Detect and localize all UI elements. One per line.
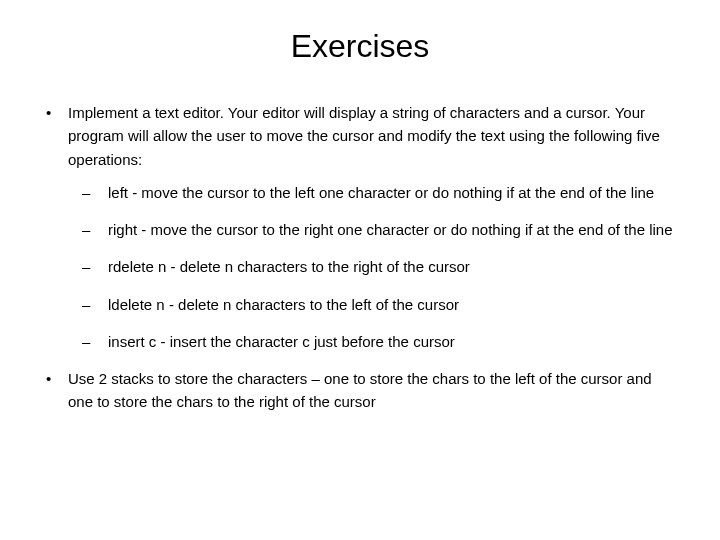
bullet-item: Use 2 stacks to store the characters – o… [40, 367, 680, 414]
sub-bullet-list: left - move the cursor to the left one c… [68, 181, 680, 353]
bullet-item: Implement a text editor. Your editor wil… [40, 101, 680, 353]
sub-bullet-item: insert c - insert the character c just b… [68, 330, 680, 353]
main-bullet-list: Implement a text editor. Your editor wil… [40, 101, 680, 414]
bullet-text: Implement a text editor. Your editor wil… [68, 104, 660, 168]
bullet-text: Use 2 stacks to store the characters – o… [68, 370, 652, 410]
sub-bullet-item: left - move the cursor to the left one c… [68, 181, 680, 204]
slide-title: Exercises [40, 28, 680, 65]
sub-bullet-item: right - move the cursor to the right one… [68, 218, 680, 241]
sub-bullet-item: rdelete n - delete n characters to the r… [68, 255, 680, 278]
sub-bullet-item: ldelete n - delete n characters to the l… [68, 293, 680, 316]
